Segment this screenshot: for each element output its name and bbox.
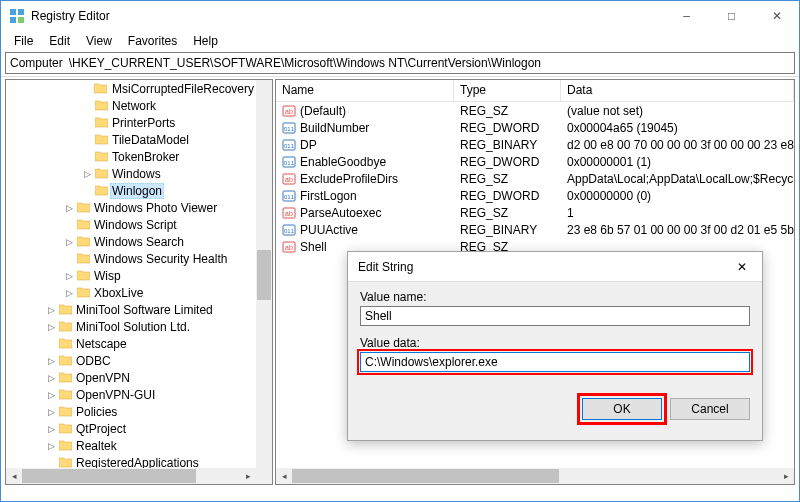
dialog-close-button[interactable]: ✕ — [722, 252, 762, 282]
value-type: REG_SZ — [454, 172, 561, 186]
tree-item[interactable]: ▷Policies — [6, 403, 256, 420]
menu-view[interactable]: View — [79, 33, 119, 49]
tree-item-label: Windows Search — [92, 235, 186, 249]
expand-icon[interactable]: ▷ — [44, 305, 58, 315]
tree-item[interactable]: MsiCorruptedFileRecovery — [6, 80, 256, 97]
close-button[interactable]: ✕ — [754, 1, 799, 31]
tree-item[interactable]: ▷Windows Photo Viewer — [6, 199, 256, 216]
tree-item[interactable]: ▷Realtek — [6, 437, 256, 454]
address-label: Computer — [6, 56, 65, 70]
tree-item-label: MiniTool Software Limited — [74, 303, 215, 317]
tree-item-label: OpenVPN — [74, 371, 132, 385]
ok-button[interactable]: OK — [582, 398, 662, 420]
binary-value-icon: 011 — [282, 189, 296, 203]
svg-rect-3 — [18, 17, 24, 23]
column-name[interactable]: Name — [276, 80, 454, 101]
svg-text:ab: ab — [285, 210, 293, 217]
folder-icon — [76, 269, 90, 283]
svg-text:011: 011 — [284, 194, 295, 200]
value-data: d2 00 e8 00 70 00 00 00 3f 00 00 00 23 e… — [561, 138, 794, 152]
folder-icon — [76, 201, 90, 215]
expand-icon[interactable]: ▷ — [44, 424, 58, 434]
values-horizontal-scrollbar[interactable]: ◂▸ — [276, 468, 794, 484]
folder-icon — [76, 218, 90, 232]
tree-item[interactable]: Netscape — [6, 335, 256, 352]
expand-icon[interactable]: ▷ — [44, 356, 58, 366]
column-type[interactable]: Type — [454, 80, 561, 101]
svg-rect-2 — [18, 9, 24, 15]
value-name: FirstLogon — [300, 189, 357, 203]
value-row[interactable]: 011DPREG_BINARYd2 00 e8 00 70 00 00 00 3… — [276, 136, 794, 153]
value-type: REG_DWORD — [454, 121, 561, 135]
value-name-input[interactable] — [360, 306, 750, 326]
value-row[interactable]: abParseAutoexecREG_SZ1 — [276, 204, 794, 221]
expand-icon[interactable]: ▷ — [44, 441, 58, 451]
expand-icon[interactable]: ▷ — [44, 322, 58, 332]
tree-item[interactable]: ▷Windows — [6, 165, 256, 182]
value-row[interactable]: 011PUUActiveREG_BINARY23 e8 6b 57 01 00 … — [276, 221, 794, 238]
menu-file[interactable]: File — [7, 33, 40, 49]
tree-item[interactable]: ▷Wisp — [6, 267, 256, 284]
tree-item[interactable]: ▷QtProject — [6, 420, 256, 437]
address-bar: Computer — [5, 52, 795, 74]
svg-text:ab: ab — [285, 244, 293, 251]
value-type: REG_DWORD — [454, 189, 561, 203]
values-header: Name Type Data — [276, 80, 794, 102]
maximize-button[interactable]: □ — [709, 1, 754, 31]
string-value-icon: ab — [282, 172, 296, 186]
value-row[interactable]: 011FirstLogonREG_DWORD0x00000000 (0) — [276, 187, 794, 204]
string-value-icon: ab — [282, 104, 296, 118]
tree-item[interactable]: ▷OpenVPN — [6, 369, 256, 386]
tree-pane: MsiCorruptedFileRecoveryNetworkPrinterPo… — [5, 79, 273, 485]
svg-text:011: 011 — [284, 143, 295, 149]
expand-icon[interactable]: ▷ — [62, 203, 76, 213]
expand-icon[interactable]: ▷ — [44, 390, 58, 400]
tree-item[interactable]: ▷ODBC — [6, 352, 256, 369]
folder-icon — [58, 405, 72, 419]
value-data: 23 e8 6b 57 01 00 00 00 3f 00 d2 01 e5 5… — [561, 223, 794, 237]
menu-help[interactable]: Help — [186, 33, 225, 49]
value-row[interactable]: 011BuildNumberREG_DWORD0x00004a65 (19045… — [276, 119, 794, 136]
tree-vertical-scrollbar[interactable] — [256, 80, 272, 484]
expand-icon[interactable]: ▷ — [62, 271, 76, 281]
tree-item-label: PrinterPorts — [110, 116, 177, 130]
tree-item[interactable]: ▷MiniTool Solution Ltd. — [6, 318, 256, 335]
column-data[interactable]: Data — [561, 80, 794, 101]
tree-item[interactable]: ▷OpenVPN-GUI — [6, 386, 256, 403]
tree-item[interactable]: PrinterPorts — [6, 114, 256, 131]
svg-text:011: 011 — [284, 160, 295, 166]
tree-item-label: MsiCorruptedFileRecovery — [110, 82, 256, 96]
tree-item[interactable]: ▷XboxLive — [6, 284, 256, 301]
folder-icon — [94, 167, 108, 181]
expand-icon[interactable]: ▷ — [62, 237, 76, 247]
folder-icon — [94, 133, 108, 147]
tree-item[interactable]: Windows Security Health — [6, 250, 256, 267]
address-input[interactable] — [65, 56, 794, 70]
value-row[interactable]: abExcludeProfileDirsREG_SZAppData\Local;… — [276, 170, 794, 187]
tree-item[interactable]: TileDataModel — [6, 131, 256, 148]
tree-item[interactable]: Windows Script — [6, 216, 256, 233]
value-data-input[interactable] — [360, 352, 750, 372]
tree-horizontal-scrollbar[interactable]: ◂▸ — [6, 468, 256, 484]
menubar: File Edit View Favorites Help — [1, 31, 799, 50]
tree-item[interactable]: Network — [6, 97, 256, 114]
tree-item[interactable]: Winlogon — [6, 182, 256, 199]
expand-icon[interactable]: ▷ — [44, 373, 58, 383]
value-type: REG_BINARY — [454, 223, 561, 237]
minimize-button[interactable]: – — [664, 1, 709, 31]
menu-edit[interactable]: Edit — [42, 33, 77, 49]
tree-item[interactable]: ▷MiniTool Software Limited — [6, 301, 256, 318]
expand-icon[interactable]: ▷ — [44, 407, 58, 417]
value-row[interactable]: ab(Default)REG_SZ(value not set) — [276, 102, 794, 119]
value-row[interactable]: 011EnableGoodbyeREG_DWORD0x00000001 (1) — [276, 153, 794, 170]
value-type: REG_SZ — [454, 104, 561, 118]
expand-icon[interactable]: ▷ — [62, 288, 76, 298]
cancel-button[interactable]: Cancel — [670, 398, 750, 420]
value-type: REG_BINARY — [454, 138, 561, 152]
menu-favorites[interactable]: Favorites — [121, 33, 184, 49]
expand-icon[interactable]: ▷ — [80, 169, 94, 179]
folder-icon — [58, 354, 72, 368]
folder-icon — [58, 439, 72, 453]
tree-item[interactable]: TokenBroker — [6, 148, 256, 165]
tree-item[interactable]: ▷Windows Search — [6, 233, 256, 250]
